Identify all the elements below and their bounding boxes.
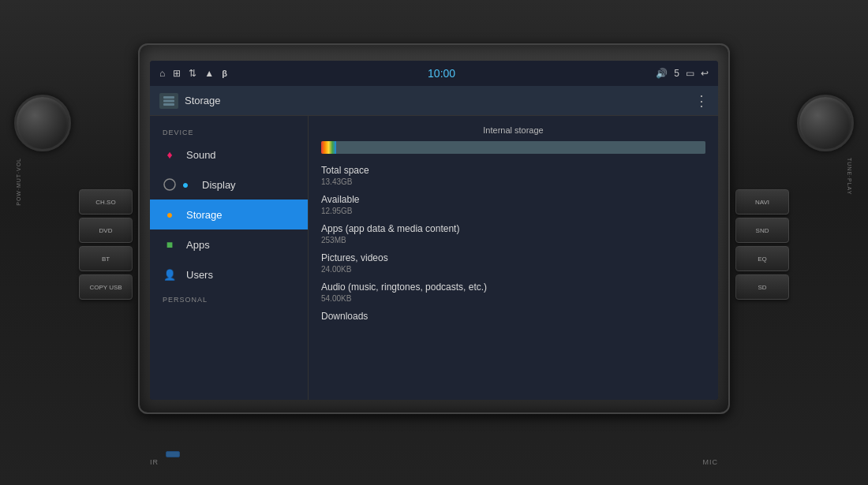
storage-section-title: Internal storage — [321, 125, 705, 135]
app-bar-title: Storage — [185, 95, 694, 106]
back-icon[interactable]: ↩ — [701, 68, 709, 79]
left-panel-label: POW·MUT·VOL — [16, 158, 21, 206]
storage-row-pictures[interactable]: Pictures, videos 24.00KB — [321, 252, 705, 274]
apps-label: Apps — [186, 239, 210, 251]
storage-row-total[interactable]: Total space 13.43GB — [321, 165, 705, 186]
storage-row-apps[interactable]: Apps (app data & media content) 253MB — [321, 223, 705, 244]
mic-label: MIC — [703, 453, 719, 468]
storage-content: Internal storage Total space 13.43GB Ava… — [308, 116, 718, 400]
svg-rect-1 — [163, 99, 174, 102]
sidebar: DEVICE ♦ Sound ● Displ — [150, 116, 308, 400]
left-btn-0[interactable]: CH.SO — [79, 189, 133, 215]
storage-bar — [321, 141, 705, 154]
right-btn-2[interactable]: EQ — [735, 246, 789, 271]
pictures-label: Pictures, videos — [321, 252, 705, 263]
audio-label: Audio (music, ringtones, podcasts, etc.) — [321, 282, 705, 293]
status-bar-right: 🔊 5 ▭ ↩ — [656, 68, 709, 79]
car-unit: POW·MUT·VOL TUNE·PLAY CH.SO DVD BT COPY … — [0, 0, 868, 485]
app-bar: Storage ⋮ — [150, 86, 718, 116]
volume-icon: 🔊 — [656, 68, 668, 79]
home-icon[interactable]: ⌂ — [159, 68, 165, 79]
status-bar-left: ⌂ ⊞ ⇅ ▲ β — [159, 68, 227, 79]
storage-bar-free — [336, 141, 705, 154]
svg-rect-2 — [163, 103, 174, 106]
apps-data-value: 253MB — [321, 236, 705, 244]
apps-icon: ■ — [163, 237, 177, 252]
total-space-label: Total space — [321, 165, 705, 176]
usb-icon: ⇅ — [189, 68, 196, 79]
pictures-value: 24.00KB — [321, 265, 705, 274]
total-space-value: 13.43GB — [321, 177, 705, 186]
overflow-menu-button[interactable]: ⋮ — [694, 92, 709, 110]
right-btn-1[interactable]: SND — [735, 218, 789, 243]
left-btn-3[interactable]: COPY USB — [79, 274, 133, 300]
right-btn-3[interactable]: SD — [735, 274, 789, 300]
app-bar-icon — [159, 93, 178, 109]
screen-bezel: ⌂ ⊞ ⇅ ▲ β 10:00 🔊 5 ▭ ↩ — [138, 43, 730, 414]
display-inner-icon: ● — [178, 177, 193, 192]
display-label: Display — [202, 179, 236, 191]
storage-row-available[interactable]: Available 12.95GB — [321, 194, 705, 215]
downloads-label: Downloads — [321, 311, 705, 322]
right-side-buttons: NAVI SND EQ SD — [735, 189, 789, 300]
ir-label: IR — [150, 453, 159, 468]
ir-indicator — [166, 451, 180, 457]
device-section-label: DEVICE — [150, 122, 308, 140]
svg-point-3 — [164, 179, 175, 190]
sound-label: Sound — [186, 149, 216, 161]
right-btn-0[interactable]: NAVI — [735, 189, 789, 215]
status-bar: ⌂ ⊞ ⇅ ▲ β 10:00 🔊 5 ▭ ↩ — [150, 61, 718, 86]
left-btn-2[interactable]: BT — [79, 246, 133, 271]
sidebar-item-users[interactable]: 👤 Users — [150, 259, 308, 289]
left-btn-1[interactable]: DVD — [79, 218, 133, 243]
volume-level: 5 — [674, 68, 679, 79]
users-label: Users — [186, 269, 213, 281]
right-knob[interactable] — [797, 95, 854, 151]
storage-row-downloads[interactable]: Downloads — [321, 311, 705, 322]
svg-rect-0 — [163, 96, 174, 99]
apps-data-label: Apps (app data & media content) — [321, 223, 705, 234]
phone-icon: ▭ — [686, 68, 694, 79]
storage-label: Storage — [186, 209, 223, 221]
personal-section-label: PERSONAL — [150, 289, 308, 307]
left-side-buttons: CH.SO DVD BT COPY USB — [79, 189, 133, 300]
left-knob[interactable] — [14, 95, 71, 151]
sound-icon: ♦ — [163, 147, 177, 162]
storage-row-audio[interactable]: Audio (music, ringtones, podcasts, etc.)… — [321, 282, 705, 303]
storage-bar-used — [321, 141, 336, 154]
sidebar-item-sound[interactable]: ♦ Sound — [150, 140, 308, 170]
right-panel-label: TUNE·PLAY — [847, 158, 852, 195]
sidebar-item-storage[interactable]: ● Storage — [150, 200, 308, 229]
available-value: 12.95GB — [321, 207, 705, 215]
audio-value: 54.00KB — [321, 294, 705, 303]
main-content: DEVICE ♦ Sound ● Displ — [150, 116, 718, 400]
clock: 10:00 — [428, 67, 455, 80]
bluetooth-icon: β — [222, 69, 227, 78]
storage-icon: ● — [163, 207, 177, 222]
available-label: Available — [321, 194, 705, 205]
sidebar-item-display[interactable]: ● Display — [150, 170, 308, 200]
wifi-icon: ▲ — [204, 68, 214, 79]
android-screen: ⌂ ⊞ ⇅ ▲ β 10:00 🔊 5 ▭ ↩ — [150, 61, 718, 400]
grid-icon[interactable]: ⊞ — [173, 68, 181, 79]
users-icon: 👤 — [163, 267, 177, 282]
sidebar-item-apps[interactable]: ■ Apps — [150, 229, 308, 259]
display-icon — [163, 177, 177, 192]
